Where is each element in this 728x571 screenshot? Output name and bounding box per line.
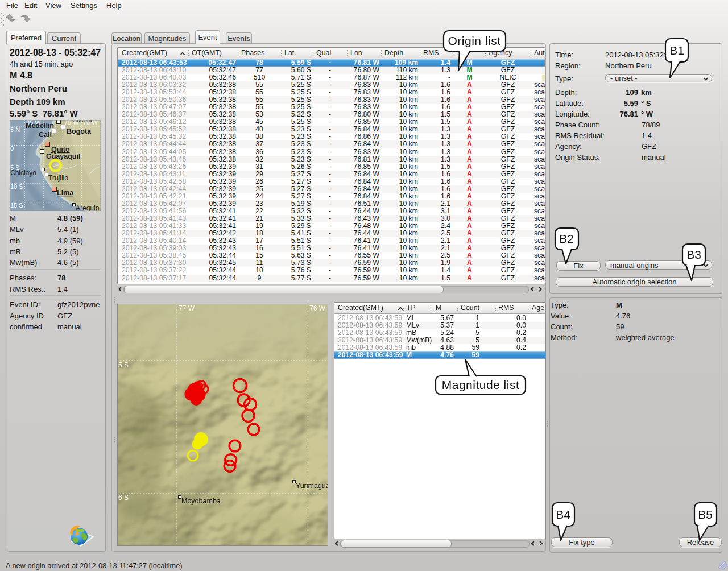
svg-text:15 S: 15 S (10, 202, 23, 209)
svg-text:Moyobamba: Moyobamba (181, 497, 221, 505)
svg-text:Bogotá: Bogotá (67, 127, 91, 135)
svg-text:Medellín: Medellín (26, 122, 54, 130)
svg-text:76 W: 76 W (309, 304, 326, 312)
svg-text:Cali: Cali (39, 131, 52, 139)
svg-text:10 S: 10 S (10, 183, 23, 190)
svg-text:Lima: Lima (57, 189, 74, 197)
svg-text:0: 0 (10, 145, 14, 152)
svg-text:Chiclayo: Chiclayo (10, 169, 36, 177)
svg-text:Yurimagua: Yurimagua (296, 482, 328, 490)
svg-text:6 S: 6 S (118, 494, 129, 502)
svg-text:Guayaquil: Guayaquil (46, 152, 80, 160)
svg-text:77 W: 77 W (179, 304, 195, 312)
svg-text:5 S: 5 S (118, 361, 129, 369)
svg-text:Trujillo: Trujillo (48, 174, 68, 182)
svg-text:Arequip.: Arequip. (76, 204, 101, 211)
svg-text:5 N: 5 N (10, 126, 20, 133)
svg-text:Cucuta: Cucuta (72, 120, 93, 123)
